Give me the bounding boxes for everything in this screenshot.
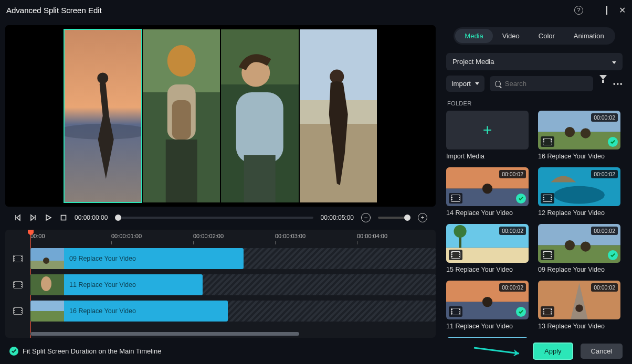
- track-lane[interactable]: 16 Replace Your Video: [30, 301, 436, 322]
- footer: Fit Split Screen Duration on the Main Ti…: [0, 338, 632, 364]
- timeline[interactable]: 00:00 00:00:01:00 00:00:02:00 00:00:03:0…: [5, 230, 436, 338]
- track-lane[interactable]: 09 Replace Your Video: [30, 248, 436, 269]
- split-panel-4[interactable]: [300, 29, 377, 202]
- stop-button[interactable]: [59, 214, 67, 222]
- media-item[interactable]: 00:00:0215 Replace Your Video: [446, 224, 529, 273]
- fit-label: Fit Split Screen Duration on the Main Ti…: [23, 347, 161, 355]
- timeline-clip[interactable]: 09 Replace Your Video: [30, 248, 244, 269]
- track-lane[interactable]: 11 Replace Your Video: [30, 274, 436, 295]
- zoom-in-button[interactable]: +: [418, 213, 427, 222]
- applied-check-icon: [608, 250, 618, 260]
- applied-check-icon: [516, 307, 526, 317]
- check-icon: [9, 347, 18, 356]
- media-label: 13 Replace Your Video: [538, 323, 620, 330]
- media-thumbnail[interactable]: 00:00:02: [446, 281, 529, 319]
- media-label: 11 Replace Your Video: [446, 323, 529, 330]
- media-label: Import Media: [446, 153, 529, 160]
- window-title: Advanced Split Screen Edit: [6, 6, 102, 15]
- close-button[interactable]: ✕: [619, 5, 626, 15]
- media-source-dropdown[interactable]: Project Media: [446, 53, 623, 70]
- current-time: 00:00:00:00: [75, 214, 108, 221]
- timeline-scrollbar[interactable]: [30, 332, 299, 336]
- filter-icon[interactable]: [598, 80, 608, 88]
- svg-point-34: [554, 186, 605, 204]
- filetype-icon: [449, 193, 462, 204]
- media-grid: + Import Media 00:00:0216 Replace Your V…: [446, 111, 623, 338]
- media-item[interactable]: 00:00:0212 Replace Your Video: [538, 167, 620, 217]
- ruler-tick: 00:00:03:00: [275, 233, 306, 239]
- timeline-ruler[interactable]: 00:00 00:00:01:00 00:00:02:00 00:00:03:0…: [30, 230, 436, 247]
- maximize-button[interactable]: [606, 6, 607, 14]
- plus-icon: +: [483, 121, 492, 139]
- svg-rect-18: [61, 216, 66, 220]
- media-item[interactable]: 00:00:0213 Replace Your Video: [538, 281, 620, 330]
- filetype-icon: [541, 193, 554, 204]
- duration-badge: 00:00:02: [499, 170, 526, 178]
- svg-point-21: [43, 258, 49, 264]
- play-button[interactable]: [44, 214, 52, 222]
- media-item[interactable]: 00:00:0210 Replace Your Video: [446, 337, 529, 338]
- search-input[interactable]: [505, 80, 588, 88]
- svg-point-32: [482, 184, 492, 194]
- zoom-out-button[interactable]: −: [361, 213, 371, 222]
- import-media-tile[interactable]: + Import Media: [446, 111, 529, 160]
- split-panel-3[interactable]: [221, 29, 299, 202]
- filetype-icon: [449, 250, 462, 260]
- media-label: 09 Replace Your Video: [538, 266, 620, 273]
- duration-badge: 00:00:02: [499, 227, 526, 235]
- svg-point-42: [581, 241, 591, 251]
- media-thumbnail[interactable]: 00:00:02: [446, 337, 529, 338]
- ruler-tick: 00:00:04:00: [357, 233, 387, 239]
- tab-color[interactable]: Color: [529, 29, 564, 43]
- apply-button[interactable]: Apply: [533, 342, 573, 360]
- media-thumbnail[interactable]: 00:00:02: [538, 167, 620, 206]
- media-item[interactable]: 00:00:0214 Replace Your Video: [446, 167, 529, 217]
- search-input-wrap[interactable]: [490, 76, 593, 91]
- filetype-icon: [541, 250, 554, 260]
- fit-duration-checkbox[interactable]: Fit Split Screen Duration on the Main Ti…: [9, 347, 161, 356]
- media-item[interactable]: 00:00:0209 Replace Your Video: [538, 224, 620, 273]
- svg-point-2: [97, 73, 108, 84]
- svg-point-5: [167, 45, 195, 77]
- timeline-track: 11 Replace Your Video: [5, 273, 436, 297]
- media-thumbnail[interactable]: 00:00:02: [538, 111, 620, 149]
- folder-section-label: FOLDER: [447, 100, 623, 106]
- import-button[interactable]: Import: [446, 76, 484, 92]
- dropdown-value: Project Media: [452, 58, 494, 66]
- more-options-icon[interactable]: •••: [613, 80, 623, 88]
- media-item[interactable]: 00:00:0216 Replace Your Video: [538, 111, 620, 160]
- svg-point-41: [565, 240, 575, 250]
- chevron-down-icon: [475, 82, 479, 85]
- svg-point-45: [482, 297, 492, 307]
- timeline-track: 09 Replace Your Video: [5, 247, 436, 271]
- tab-video[interactable]: Video: [493, 29, 529, 43]
- media-thumbnail[interactable]: 00:00:02: [446, 224, 529, 263]
- time-slider[interactable]: [115, 217, 313, 219]
- applied-check-icon: [608, 137, 618, 147]
- ruler-tick: 00:00:01:00: [111, 233, 142, 239]
- duration-badge: 00:00:02: [591, 283, 618, 292]
- clip-label: 09 Replace Your Video: [64, 255, 136, 262]
- timeline-clip[interactable]: 16 Replace Your Video: [30, 301, 228, 322]
- playback-bar: 00:00:00:00 00:00:05:00 − +: [5, 211, 436, 226]
- next-frame-button[interactable]: [29, 214, 37, 222]
- clip-label: 11 Replace Your Video: [64, 281, 136, 288]
- cancel-button[interactable]: Cancel: [581, 344, 623, 359]
- prev-frame-button[interactable]: [14, 214, 22, 222]
- applied-check-icon: [516, 194, 526, 204]
- media-thumbnail[interactable]: 00:00:02: [538, 281, 620, 319]
- media-thumbnail[interactable]: 00:00:02: [538, 224, 620, 263]
- svg-point-23: [41, 276, 51, 291]
- split-panel-1[interactable]: [64, 29, 142, 202]
- clip-label: 16 Replace Your Video: [64, 307, 136, 315]
- media-thumbnail[interactable]: 00:00:02: [446, 167, 529, 206]
- split-panel-2[interactable]: [143, 29, 220, 202]
- zoom-slider[interactable]: [378, 217, 410, 219]
- media-item[interactable]: 00:00:0211 Replace Your Video: [446, 281, 529, 330]
- tab-media[interactable]: Media: [455, 29, 492, 43]
- timeline-clip[interactable]: 11 Replace Your Video: [30, 274, 203, 295]
- tab-animation[interactable]: Animation: [564, 29, 614, 43]
- preview-canvas[interactable]: [5, 25, 436, 207]
- ruler-tick: 00:00:02:00: [193, 233, 224, 239]
- help-icon[interactable]: ?: [574, 6, 583, 15]
